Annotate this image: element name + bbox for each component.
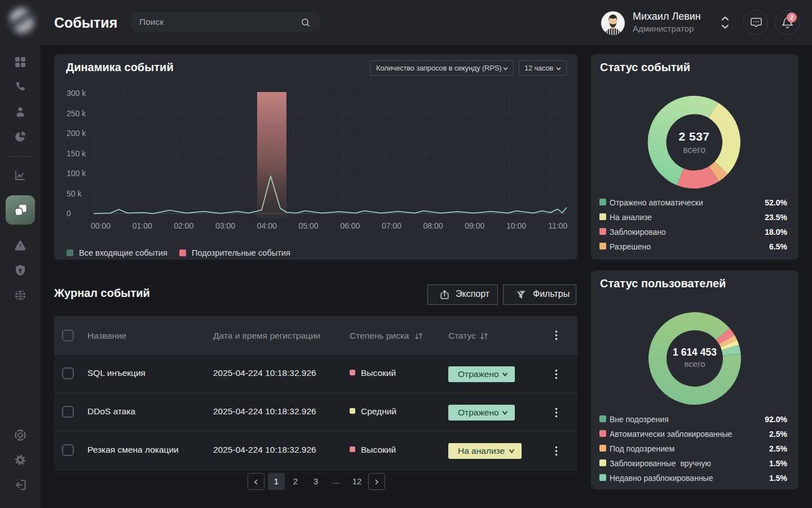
svg-text:03:00: 03:00 <box>215 221 235 230</box>
svg-text:50 k: 50 k <box>67 189 82 198</box>
svg-text:11:00: 11:00 <box>548 221 567 230</box>
svg-text:200 k: 200 k <box>67 129 86 138</box>
svg-text:06:00: 06:00 <box>340 221 360 230</box>
svg-text:05:00: 05:00 <box>298 221 318 230</box>
svg-text:09:00: 09:00 <box>465 221 484 230</box>
svg-text:08:00: 08:00 <box>423 221 443 230</box>
svg-text:0: 0 <box>67 209 71 218</box>
svg-text:01:00: 01:00 <box>133 221 152 230</box>
svg-text:150 k: 150 k <box>67 149 86 158</box>
svg-text:300 k: 300 k <box>67 89 86 98</box>
svg-text:04:00: 04:00 <box>257 221 277 230</box>
svg-text:100 k: 100 k <box>67 169 86 178</box>
svg-text:250 k: 250 k <box>67 109 86 118</box>
svg-text:07:00: 07:00 <box>382 221 401 230</box>
svg-text:00:00: 00:00 <box>91 221 111 230</box>
svg-text:02:00: 02:00 <box>174 221 193 230</box>
svg-text:10:00: 10:00 <box>506 221 526 230</box>
